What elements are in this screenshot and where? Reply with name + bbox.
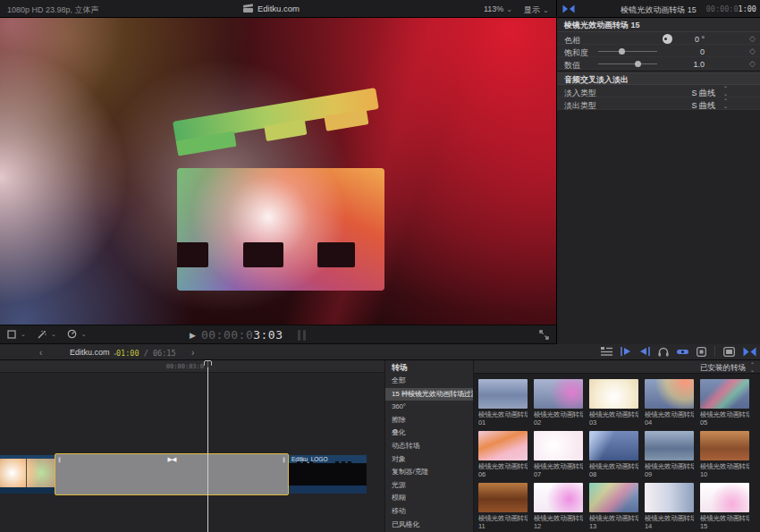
select-chevrons-icon[interactable]: ⌃⌄: [750, 362, 755, 373]
playhead[interactable]: [207, 360, 208, 532]
saturation-slider[interactable]: [598, 51, 657, 52]
sidebar-category-item[interactable]: 动态转场: [385, 440, 473, 453]
final-cut-pro-window: 1080p HD 23.98p, 立体声 Editku.com 113%⌄ 显示…: [0, 0, 760, 532]
saturation-value[interactable]: 0: [660, 47, 705, 56]
next-project-arrow[interactable]: ›: [191, 348, 194, 358]
amount-parameter-row: 数值 1.0 ◇: [557, 57, 760, 70]
trim-start-icon[interactable]: [621, 347, 631, 356]
transition-thumbnail[interactable]: [589, 379, 638, 409]
transition-item[interactable]: 棱镜光效动画转场03: [589, 379, 638, 426]
transition-item[interactable]: 棱镜光效动画转场06: [478, 431, 528, 478]
amount-slider[interactable]: [598, 63, 657, 64]
snapping-icon[interactable]: [697, 347, 706, 357]
timeline-clip-logo[interactable]: Editku_LOGO: [289, 455, 367, 494]
timeline-toolbar: ‹ Editku.com⌄ 01:00 / 06:15 ›: [0, 344, 760, 360]
sidebar-category-item[interactable]: 擦除: [385, 414, 473, 427]
transition-label: 棱镜光效动画转场05: [700, 410, 749, 426]
transition-item[interactable]: 棱镜光效动画转场15: [700, 483, 749, 530]
transition-thumbnail[interactable]: [645, 379, 694, 409]
fade-out-type-select[interactable]: S 曲线: [691, 100, 715, 112]
sidebar-category-item[interactable]: 模糊: [385, 492, 473, 505]
transition-thumbnail[interactable]: [645, 431, 694, 460]
clip-title-bar: Editku_LOGO: [289, 455, 367, 463]
solo-headphones-icon[interactable]: [658, 347, 669, 357]
inspector-title: 棱镜光效动画转场 15: [557, 18, 760, 32]
transition-thumbnail[interactable]: [700, 431, 749, 460]
sidebar-category-item[interactable]: 移动: [385, 505, 473, 519]
transition-thumbnail[interactable]: [534, 431, 583, 460]
sidebar-category-item[interactable]: 15 种棱镜光效动画转场过渡-剪辑库: [385, 388, 473, 401]
trim-end-icon[interactable]: [639, 347, 650, 356]
fullscreen-icon[interactable]: [539, 330, 549, 340]
fade-out-type-row: 淡出类型 S 曲线 ⌃⌄: [557, 97, 760, 110]
transition-item[interactable]: 棱镜光效动画转场08: [589, 431, 638, 478]
transition-thumbnail[interactable]: [534, 379, 583, 409]
select-chevrons-icon[interactable]: ⌃⌄: [723, 98, 728, 109]
installed-transitions-filter[interactable]: 已安装的转场: [700, 363, 746, 374]
sidebar-category-item[interactable]: 复制器/克隆: [385, 466, 473, 479]
saturation-parameter-row: 饱和度 0 ◇: [557, 45, 760, 57]
sidebar-category-item[interactable]: 全部: [385, 375, 473, 388]
chevron-down-icon: ⌄: [543, 6, 549, 14]
transition-item[interactable]: 棱镜光效动画转场07: [534, 431, 583, 478]
keyframe-diamond-icon[interactable]: ◇: [749, 59, 756, 68]
timeline-index-icon[interactable]: [601, 347, 612, 356]
transition-label: 棱镜光效动画转场11: [478, 514, 528, 530]
transition-thumbnail[interactable]: [645, 483, 694, 512]
viewer-zoom-menu[interactable]: 113%⌄: [484, 4, 512, 13]
keyframe-diamond-icon[interactable]: ◇: [749, 46, 756, 55]
transition-item[interactable]: 棱镜光效动画转场10: [700, 431, 749, 478]
transition-item[interactable]: 棱镜光效动画转场01: [478, 379, 528, 426]
transition-thumbnail[interactable]: [589, 431, 638, 460]
sidebar-category-item[interactable]: 光源: [385, 479, 473, 493]
timeline-clip-left[interactable]: [0, 455, 55, 494]
transition-item[interactable]: 棱镜光效动画转场05: [700, 379, 749, 426]
transition-item[interactable]: 棱镜光效动画转场13: [589, 483, 638, 530]
clapperboard-logo-top-bar: [173, 88, 379, 143]
timeline-ruler[interactable]: 00:00:03:0: [0, 360, 384, 373]
transition-item[interactable]: 棱镜光效动画转场12: [534, 483, 583, 530]
transitions-category-list: 全部15 种棱镜光效动画转场过渡-剪辑库360°擦除叠化动态转场对象复制器/克隆…: [385, 375, 473, 531]
transition-item[interactable]: 棱镜光效动画转场04: [645, 379, 694, 426]
timeline-project-menu[interactable]: Editku.com⌄: [70, 348, 118, 357]
transition-thumbnail[interactable]: [589, 483, 638, 512]
audio-meters-icon[interactable]: [298, 330, 306, 341]
transition-thumbnail[interactable]: [700, 379, 749, 409]
skimming-icon[interactable]: [677, 348, 688, 356]
selected-transition-clip[interactable]: ∥ ▶◀ ∥: [55, 453, 289, 495]
retime-menu-button[interactable]: ⌄: [67, 329, 87, 339]
transition-thumbnail[interactable]: [478, 431, 528, 460]
transition-join-icon: ▶◀: [55, 456, 288, 463]
transition-item[interactable]: 棱镜光效动画转场09: [645, 431, 694, 478]
transition-item[interactable]: 棱镜光效动画转场02: [534, 379, 583, 426]
transition-thumbnail[interactable]: [700, 483, 749, 512]
keyframe-diamond-icon[interactable]: ◇: [749, 34, 756, 43]
timeline[interactable]: 00:00:03:0 ∥ ▶◀ ∥ Editku_LOGO: [0, 360, 384, 532]
transition-thumbnail[interactable]: [478, 483, 528, 512]
amount-value[interactable]: 1.0: [660, 60, 705, 69]
sidebar-category-item[interactable]: 对象: [385, 453, 473, 467]
hue-value[interactable]: 0 °: [660, 35, 705, 44]
transitions-browser: 已安装的转场 ⌃⌄ 棱镜光效动画转场01棱镜光效动画转场02棱镜光效动画转场03…: [474, 360, 760, 532]
transition-item[interactable]: 棱镜光效动画转场11: [478, 483, 528, 530]
audio-crossfade-section-header: 音频交叉淡入淡出: [557, 72, 760, 85]
transition-label: 棱镜光效动画转场14: [645, 514, 694, 530]
sidebar-category-item[interactable]: 叠化: [385, 426, 473, 440]
transform-menu-button[interactable]: ⌄: [7, 330, 26, 339]
enhancements-menu-button[interactable]: ⌄: [37, 330, 56, 339]
transition-thumbnail[interactable]: [478, 379, 528, 409]
sidebar-category-item[interactable]: 已风格化: [385, 519, 473, 532]
chevron-down-icon: ⌄: [21, 331, 26, 338]
transition-thumbnail[interactable]: [534, 483, 583, 512]
sidebar-category-item[interactable]: 360°: [385, 401, 473, 414]
transitions-browser-icon[interactable]: [743, 347, 756, 357]
transition-label: 棱镜光效动画转场10: [700, 462, 749, 478]
effects-browser-icon[interactable]: [723, 347, 735, 357]
select-chevrons-icon[interactable]: ⌃⌄: [723, 86, 728, 97]
viewer-display-menu[interactable]: 显示⌄: [524, 4, 549, 16]
transition-item[interactable]: 棱镜光效动画转场14: [645, 483, 694, 530]
previous-project-arrow[interactable]: ‹: [39, 348, 42, 358]
ruler-timecode: 00:00:03:0: [166, 363, 204, 370]
play-button[interactable]: ▶: [190, 331, 196, 340]
transition-right-handle[interactable]: ∥: [283, 456, 285, 462]
